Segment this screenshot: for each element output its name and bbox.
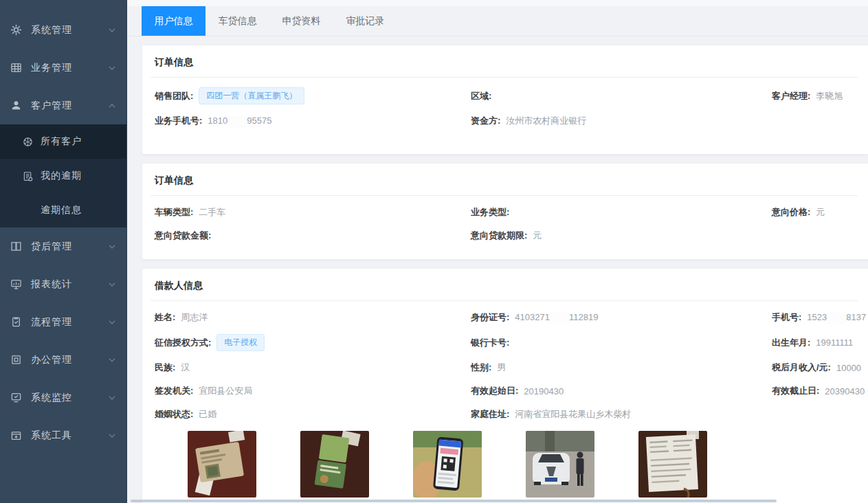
id-card-photo[interactable] bbox=[188, 431, 256, 498]
field-label: 意向贷款金额: bbox=[155, 230, 211, 242]
sidebar-item-label: 所有客户 bbox=[41, 135, 126, 148]
sidebar-item-system-management[interactable]: 系统管理 bbox=[0, 11, 126, 49]
field-label: 手机号: bbox=[772, 311, 801, 324]
field-intent-price: 意向价格: 元 bbox=[772, 205, 858, 219]
field-id-number: 身份证号: 4103271112819 bbox=[471, 311, 772, 324]
sidebar-item-system-monitor[interactable]: 系统监控 bbox=[0, 379, 126, 416]
sidebar-item-label: 我的逾期 bbox=[41, 170, 126, 182]
person-car-photo[interactable] bbox=[526, 431, 594, 498]
field-label: 家庭住址: bbox=[471, 408, 509, 421]
field-label: 业务手机号: bbox=[155, 115, 202, 127]
sidebar-item-label: 系统管理 bbox=[31, 24, 109, 36]
chevron-down-icon bbox=[109, 66, 115, 70]
sidebar-item-customer-management[interactable]: 客户管理 bbox=[0, 87, 126, 124]
field-label: 出生年月: bbox=[772, 337, 810, 349]
field-value: 元 bbox=[816, 206, 825, 219]
top-strip bbox=[127, 0, 868, 6]
nested-square-icon bbox=[10, 354, 22, 366]
sidebar-item-process-management[interactable]: 流程管理 bbox=[0, 303, 126, 341]
field-label: 性别: bbox=[471, 361, 491, 374]
field-label: 签发机关: bbox=[155, 385, 193, 397]
sidebar-item-label: 报表统计 bbox=[31, 278, 109, 291]
tab-loan-application-docs[interactable]: 申贷资料 bbox=[269, 6, 333, 36]
field-label: 民族: bbox=[155, 361, 175, 374]
credit-auth-photo[interactable] bbox=[413, 431, 482, 498]
field-value: 19911111 bbox=[816, 337, 853, 348]
field-valid-to: 有效截止日: 20390430 bbox=[772, 384, 866, 398]
field-valid-from: 有效起始日: 20190430 bbox=[471, 384, 772, 398]
sidebar-item-post-loan-management[interactable]: 贷后管理 bbox=[0, 227, 126, 265]
sidebar-item-system-tools[interactable]: 系统工具 bbox=[0, 416, 126, 454]
chevron-down-icon bbox=[109, 282, 115, 287]
document-photo[interactable] bbox=[638, 431, 707, 498]
field-value: 河南省宜阳县花果山乡木柴村 bbox=[515, 408, 631, 421]
sidebar-item-label: 逾期信息 bbox=[41, 204, 126, 216]
field-value: 二手车 bbox=[199, 206, 225, 219]
card-title: 借款人信息 bbox=[151, 280, 858, 301]
tab-car-loan-info[interactable]: 车贷信息 bbox=[205, 6, 269, 36]
wheel-icon bbox=[23, 137, 33, 147]
field-grid: 车辆类型: 二手车 业务类型: 意向价格: 元 意向贷款金额: 意向贷款期限: bbox=[151, 205, 858, 243]
field-customer-manager: 客户经理: 李晓旭 bbox=[772, 87, 858, 104]
document-photos: 身份证 驾驶证原件 bbox=[188, 431, 858, 503]
sidebar-submenu: 所有客户 我的逾期 逾期信息 bbox=[0, 124, 126, 227]
order-info-card-2: 订单信息 车辆类型: 二手车 业务类型: 意向价格: 元 意向贷款金额: bbox=[142, 163, 868, 260]
tab-user-info[interactable]: 用户信息 bbox=[142, 6, 205, 36]
chart-monitor-icon bbox=[10, 278, 22, 290]
field-value: 181095575 bbox=[208, 115, 271, 126]
field-home-address: 家庭住址: 河南省宜阳县花果山乡木柴村 bbox=[471, 407, 772, 421]
field-label: 意向贷款期限: bbox=[471, 230, 527, 242]
field-label: 销售团队: bbox=[155, 90, 193, 102]
sidebar: 系统管理 业务管理 客户管理 bbox=[0, 0, 127, 503]
sidebar-item-report-statistics[interactable]: 报表统计 bbox=[0, 265, 126, 303]
photo-item: 驾驶证原件 bbox=[300, 431, 369, 503]
clipboard-icon bbox=[10, 316, 22, 328]
book-icon bbox=[10, 241, 22, 252]
field-vehicle-type: 车辆类型: 二手车 bbox=[155, 205, 471, 219]
redaction-box bbox=[827, 314, 845, 323]
sidebar-item-my-overdue[interactable]: 我的逾期 bbox=[0, 159, 126, 193]
field-ethnicity: 民族: 汉 bbox=[155, 361, 471, 375]
field-value: 宜阳县公安局 bbox=[199, 385, 252, 397]
grid-icon bbox=[10, 62, 22, 74]
borrower-info-card: 借款人信息 姓名: 周志洋 身份证号: 4103271112819 手机号: 1… bbox=[142, 268, 868, 503]
sidebar-item-label: 贷后管理 bbox=[31, 241, 109, 253]
field-issuing-authority: 签发机关: 宜阳县公安局 bbox=[155, 384, 471, 398]
field-value: 汉 bbox=[181, 361, 190, 374]
card-title: 订单信息 bbox=[151, 175, 858, 196]
horizontal-scrollbar[interactable] bbox=[131, 500, 777, 502]
sidebar-item-office-management[interactable]: 办公管理 bbox=[0, 341, 126, 379]
field-label: 区域: bbox=[471, 90, 491, 102]
chevron-down-icon bbox=[109, 396, 115, 400]
sidebar-item-label: 办公管理 bbox=[31, 354, 109, 366]
field-label: 婚姻状态: bbox=[155, 408, 193, 421]
sidebar-item-business-management[interactable]: 业务管理 bbox=[0, 49, 126, 87]
sales-team-tag[interactable]: 四团一营（直属王鹏飞） bbox=[199, 87, 304, 104]
notebook-icon bbox=[23, 171, 33, 181]
field-loan-term: 意向贷款期限: 元 bbox=[471, 229, 772, 243]
sidebar-item-label: 系统监控 bbox=[31, 392, 109, 404]
license-photo[interactable] bbox=[300, 431, 369, 498]
tab-approval-records[interactable]: 审批记录 bbox=[333, 6, 397, 36]
monitor-check-icon bbox=[10, 392, 22, 403]
credit-auth-tag[interactable]: 电子授权 bbox=[216, 334, 265, 351]
tab-bar: 用户信息 车贷信息 申贷资料 审批记录 bbox=[127, 6, 868, 36]
field-birth-date: 出生年月: 19911111 bbox=[772, 334, 866, 351]
chevron-down-icon bbox=[109, 28, 115, 32]
field-label: 姓名: bbox=[155, 311, 175, 324]
field-empty bbox=[772, 407, 866, 421]
toolbox-icon bbox=[10, 429, 22, 441]
field-label: 有效截止日: bbox=[772, 385, 819, 397]
main-content: 用户信息 车贷信息 申贷资料 审批记录 订单信息 销售团队: 四团一营（直属王鹏… bbox=[127, 0, 868, 503]
sidebar-item-overdue-info[interactable]: 逾期信息 bbox=[0, 193, 126, 227]
sidebar-item-all-customers[interactable]: 所有客户 bbox=[0, 124, 126, 159]
field-mobile-phone: 手机号: 15238137 bbox=[772, 311, 866, 324]
field-value: 15238137 bbox=[807, 312, 866, 322]
sidebar-item-label: 系统工具 bbox=[31, 429, 109, 442]
chevron-down-icon bbox=[109, 434, 115, 438]
order-info-card: 订单信息 销售团队: 四团一营（直属王鹏飞） 区域: 客户经理: 李晓旭 业务手… bbox=[142, 45, 868, 155]
photo-item: 其他材料 bbox=[638, 431, 707, 503]
field-value: 元 bbox=[533, 230, 542, 242]
sidebar-item-label: 客户管理 bbox=[31, 100, 109, 112]
field-grid: 销售团队: 四团一营（直属王鹏飞） 区域: 客户经理: 李晓旭 业务手机号: 1… bbox=[151, 87, 858, 128]
